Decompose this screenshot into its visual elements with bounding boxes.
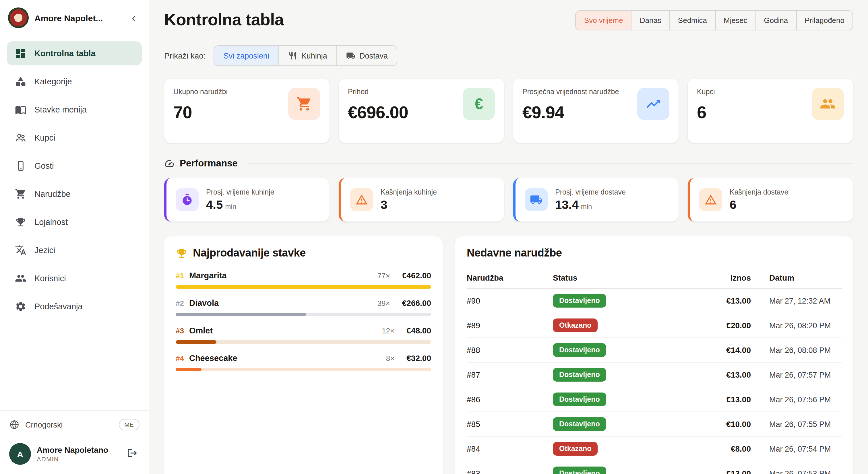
sidebar-item-categories[interactable]: Kategorije: [7, 69, 142, 94]
performance-section-header: Performanse: [164, 158, 853, 169]
item-count: 39×: [377, 299, 390, 308]
logout-button[interactable]: [125, 446, 140, 462]
column-header: Iznos: [688, 273, 751, 282]
user-panel: A Amore Napoletano ADMIN: [0, 438, 149, 474]
time-filter-all-time[interactable]: Svo vrijeme: [576, 10, 632, 30]
language-selector[interactable]: Crnogorski ME: [0, 410, 149, 438]
page-header: Kontrolna tabla Svo vrijeme Danas Sedmic…: [164, 10, 853, 30]
item-amount: €266.00: [402, 298, 431, 308]
sidebar-item-settings[interactable]: Podešavanja: [7, 294, 142, 318]
status-badge: Dostavljeno: [553, 294, 606, 308]
sidebar-item-label: Kategorije: [34, 77, 72, 86]
stat-card-customers: Kupci 6: [688, 78, 853, 143]
time-filter-month[interactable]: Mjesec: [715, 10, 756, 30]
table-row[interactable]: #90 Dostavljeno €13.00 Mar 27, 12:32 AM: [467, 289, 842, 313]
view-toggle-kitchen[interactable]: Kuhinja: [278, 45, 337, 66]
item-amount: €32.00: [406, 353, 431, 363]
sidebar-collapse-button[interactable]: ‹: [127, 11, 141, 25]
trending-up-icon: [637, 88, 670, 120]
trophy-icon: [176, 247, 188, 259]
sidebar-item-dashboard[interactable]: Kontrolna tabla: [7, 41, 142, 65]
table-row[interactable]: #86 Dostavljeno €13.00 Mar 26, 07:56 PM: [467, 387, 842, 412]
sidebar-item-label: Kupci: [34, 133, 55, 142]
time-filter-week[interactable]: Sedmica: [670, 10, 716, 30]
item-name: Margarita: [189, 271, 372, 280]
status-badge: Otkazano: [553, 442, 598, 455]
menu-book-icon: [15, 104, 26, 115]
sidebar-header: Amore Napolet... ‹: [0, 0, 149, 36]
stat-card-total-orders: Ukupno narudžbi 70: [164, 78, 330, 143]
sidebar-item-guests[interactable]: Gosti: [7, 154, 142, 178]
view-toggle-all-employees[interactable]: Svi zaposleni: [214, 45, 279, 66]
order-id: #89: [467, 321, 553, 330]
sidebar: Amore Napolet... ‹ Kontrolna tabla Kateg…: [0, 0, 149, 474]
view-toggle-row: Prikaži kao: Svi zaposleni Kuhinja Dosta…: [164, 45, 853, 66]
sidebar-item-users[interactable]: Korisnici: [7, 266, 142, 290]
time-filter-year[interactable]: Godina: [755, 10, 797, 30]
time-filter-today[interactable]: Danas: [631, 10, 670, 30]
time-filter-custom[interactable]: Prilagođeno: [796, 10, 853, 30]
stat-label: Prihod: [348, 88, 408, 96]
item-name: Omlet: [189, 326, 377, 335]
perf-card-delivery-avg-time: Prosj. vrijeme dostave 13.4min: [513, 178, 679, 222]
order-date: Mar 26, 07:57 PM: [751, 371, 842, 379]
warning-icon: [350, 188, 373, 211]
category-icon: [15, 76, 26, 87]
stat-value: €9.94: [522, 103, 619, 122]
trophy-icon: [15, 216, 26, 228]
sidebar-item-orders[interactable]: Narudžbe: [7, 182, 142, 206]
view-toggle-delivery[interactable]: Dostava: [336, 45, 398, 66]
orders-table-header: Narudžba Status Iznos Datum: [467, 271, 842, 289]
item-rank: #3: [176, 326, 184, 335]
gauge-icon: [164, 158, 175, 168]
utensils-icon: [288, 51, 298, 60]
stat-value: 70: [174, 103, 228, 122]
sidebar-item-languages[interactable]: Jezici: [7, 238, 142, 262]
main-content: Kontrolna tabla Svo vrijeme Danas Sedmic…: [149, 0, 868, 474]
item-count: 12×: [382, 326, 394, 335]
table-row[interactable]: #89 Otkazano €20.00 Mar 26, 08:20 PM: [467, 313, 842, 338]
table-row[interactable]: #88 Dostavljeno €14.00 Mar 26, 08:08 PM: [467, 338, 842, 363]
order-amount: €13.00: [688, 370, 751, 379]
table-row[interactable]: #85 Dostavljeno €10.00 Mar 26, 07:55 PM: [467, 412, 842, 437]
brand-logo: [8, 7, 29, 28]
performance-title: Performanse: [180, 158, 238, 169]
perf-value: 3: [381, 198, 437, 212]
item-amount: €48.00: [406, 326, 431, 335]
euro-icon: €: [463, 88, 495, 120]
stat-card-revenue: Prihod €696.00 €: [339, 78, 504, 143]
status-badge: Dostavljeno: [553, 343, 606, 357]
recent-orders-title: Nedavne narudžbe: [467, 247, 562, 259]
table-row[interactable]: #83 Dostavljeno €13.00 Mar 26, 07:53 PM: [467, 462, 842, 474]
stat-value: €696.00: [348, 103, 408, 122]
column-header: Datum: [751, 273, 842, 282]
sidebar-item-menu-items[interactable]: Stavke menija: [7, 98, 142, 122]
sidebar-item-customers[interactable]: Kupci: [7, 126, 142, 150]
item-progress-bar: [176, 368, 431, 371]
item-progress-bar: [176, 340, 431, 344]
item-rank: #1: [176, 272, 184, 280]
item-progress-bar: [176, 285, 431, 289]
user-meta: Amore Napoletano ADMIN: [37, 445, 119, 463]
order-date: Mar 26, 08:20 PM: [751, 321, 842, 330]
perf-card-kitchen-delays: Kašnjenja kuhinje 3: [339, 178, 504, 222]
user-name: Amore Napoletano: [37, 445, 119, 454]
orders-table: Narudžba Status Iznos Datum #90 Dostavlj…: [467, 271, 842, 474]
sidebar-item-loyalty[interactable]: Lojalnost: [7, 210, 142, 234]
stat-label: Ukupno narudžbi: [174, 88, 228, 96]
view-toggle-option-label: Svi zaposleni: [224, 51, 269, 60]
top-item-row: #3 Omlet 12× €48.00: [176, 326, 431, 344]
order-id: #88: [467, 345, 553, 355]
avatar: A: [9, 443, 31, 465]
perf-value: 13.4min: [555, 198, 626, 212]
top-item-row: #1 Margarita 77× €462.00: [176, 271, 431, 289]
sidebar-nav: Kontrolna tabla Kategorije Stavke menija…: [0, 36, 149, 410]
order-amount: €20.00: [688, 321, 751, 330]
table-row[interactable]: #87 Dostavljeno €13.00 Mar 26, 07:57 PM: [467, 363, 842, 387]
status-badge: Dostavljeno: [553, 392, 606, 406]
table-row[interactable]: #84 Otkazano €8.00 Mar 26, 07:54 PM: [467, 437, 842, 462]
sidebar-item-label: Jezici: [34, 246, 55, 255]
view-toggle: Svi zaposleni Kuhinja Dostava: [214, 45, 398, 66]
page-title: Kontrolna tabla: [164, 10, 284, 29]
order-amount: €13.00: [688, 395, 751, 404]
